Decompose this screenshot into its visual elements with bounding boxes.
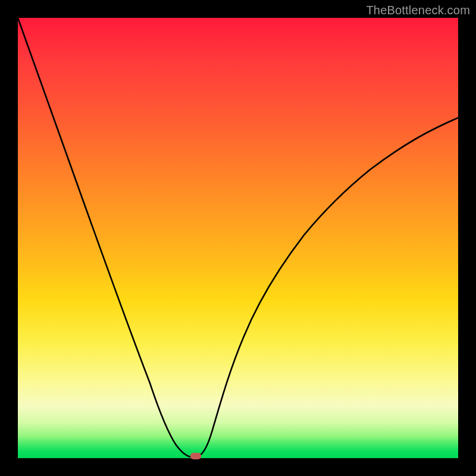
bottleneck-curve-line xyxy=(18,18,458,457)
bottleneck-optimal-marker xyxy=(190,453,201,459)
chart-outer-frame: TheBottleneck.com xyxy=(0,0,476,476)
chart-svg xyxy=(18,18,458,458)
watermark-text: TheBottleneck.com xyxy=(366,4,470,17)
chart-plot-area xyxy=(18,18,458,458)
